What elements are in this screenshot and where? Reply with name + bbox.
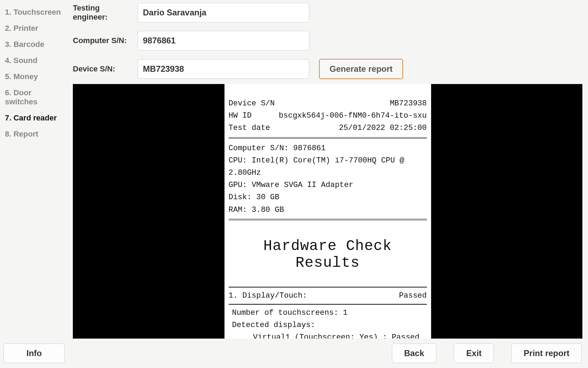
info-button[interactable]: Info (4, 343, 65, 363)
report-hwid-value: bscgxk564j-006-fNM0-6h74-ito-sxu (279, 110, 427, 122)
engineer-input[interactable] (138, 3, 309, 22)
spec-disk: Disk: 30 GB (229, 191, 427, 203)
sidebar-item-money[interactable]: 5. Money (4, 69, 67, 85)
spec-gpu: GPU: VMware SVGA II Adapter (229, 179, 427, 191)
computer-sn-label: Computer S/N: (73, 36, 134, 45)
sidebar-item-door-switches[interactable]: 6. Door switches (4, 85, 67, 110)
report-viewer: Device S/N MB723938 HW ID bscgxk564j-006… (73, 84, 582, 339)
report-testdate-value: 25/01/2022 02:25:00 (339, 122, 427, 134)
generate-report-button[interactable]: Generate report (319, 59, 403, 79)
report-device-sn-label: Device S/N (229, 97, 275, 110)
print-report-button[interactable]: Print report (511, 343, 582, 363)
content-area: Testing engineer: Computer S/N: Device S… (70, 0, 588, 339)
back-button[interactable]: Back (392, 343, 436, 363)
engineer-label: Testing engineer: (73, 4, 134, 22)
section-display-status: Passed (399, 290, 427, 302)
sidebar-item-touchscreen[interactable]: 1. Touchscreen (4, 4, 67, 20)
divider (229, 219, 427, 221)
sidebar: 1. Touchscreen 2. Printer 3. Barcode 4. … (0, 0, 70, 339)
report-title: Hardware Check Results (229, 238, 427, 271)
footer-bar: Info Back Exit Print report (0, 339, 588, 368)
divider (229, 137, 427, 139)
detail-virtual1: Virtual1 (Touchscreen: Yes) : Passed (229, 331, 427, 339)
detail-num-touchscreens: Number of touchscreens: 1 (229, 307, 427, 319)
report-testdate-label: Test date (229, 122, 270, 134)
detail-detected-displays: Detected displays: (229, 319, 427, 331)
sidebar-item-card-reader[interactable]: 7. Card reader (4, 110, 67, 126)
sidebar-item-sound[interactable]: 4. Sound (4, 53, 67, 69)
exit-button[interactable]: Exit (454, 343, 494, 363)
spec-ram: RAM: 3.80 GB (229, 204, 427, 216)
sidebar-item-printer[interactable]: 2. Printer (4, 20, 67, 36)
device-sn-label: Device S/N: (73, 64, 134, 74)
divider (229, 287, 427, 287)
device-sn-input[interactable] (138, 59, 309, 79)
spec-computer-sn: Computer S/N: 9876861 (229, 142, 427, 154)
computer-sn-input[interactable] (138, 31, 309, 50)
divider (229, 304, 427, 305)
sidebar-item-barcode[interactable]: 3. Barcode (4, 36, 67, 53)
section-display-label: 1. Display/Touch: (229, 290, 307, 302)
spec-cpu: CPU: Intel(R) Core(TM) i7-7700HQ CPU @ 2… (229, 154, 427, 179)
report-hwid-label: HW ID (229, 110, 252, 122)
sidebar-item-report[interactable]: 8. Report (4, 126, 67, 142)
report-device-sn-value: MB723938 (390, 97, 427, 110)
report-paper: Device S/N MB723938 HW ID bscgxk564j-006… (224, 84, 431, 339)
